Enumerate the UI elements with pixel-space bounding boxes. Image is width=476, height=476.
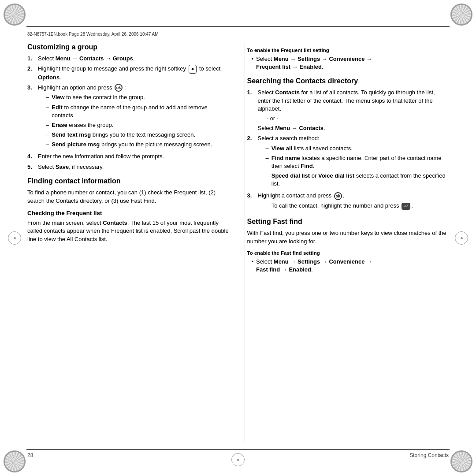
- ok-icon-2: ok: [334, 192, 342, 200]
- section-customizing-title: Customizing a group: [27, 43, 229, 51]
- search-step-2: Select a search method: View all lists a…: [247, 134, 449, 190]
- sub-speed-dial: Speed dial list or Voice dial list selec…: [266, 172, 449, 188]
- step-4-text: Enter the new information and follow the…: [38, 152, 164, 160]
- sub-send-pic: Send picture msg brings you to the pictu…: [46, 141, 229, 149]
- or-line: - or -: [267, 115, 449, 123]
- search-step-1-text: Select Contacts for a list of all contac…: [258, 89, 449, 132]
- fastfind-setting-item: Select Menu → Settings → Convenience →Fa…: [252, 258, 449, 274]
- frequent-setting-list: Select Menu → Settings → Convenience →Fr…: [247, 55, 449, 71]
- search-step-2-sublist: View all lists all saved contacts. Find …: [258, 145, 449, 188]
- step-3-sublist: View to see the contact in the group. Ed…: [38, 93, 229, 149]
- corner-deco-bl: [4, 450, 26, 472]
- label-fastfind-setting: To enable the Fast find setting: [247, 250, 449, 256]
- softkey-icon: ●: [189, 65, 197, 73]
- step-2: Highlight the group to message and press…: [27, 65, 229, 82]
- fastfind-intro: With Fast find, you press one or two num…: [247, 229, 449, 246]
- reg-mark-mid-left: [8, 231, 21, 245]
- step-5-text: Select Save, if necessary.: [38, 163, 104, 171]
- page: 82-N8757-1EN.book Page 28 Wednesday, Apr…: [0, 0, 476, 476]
- step-4: Enter the new information and follow the…: [27, 152, 229, 160]
- corner-deco-tr: [450, 4, 472, 26]
- ok-icon: ok: [115, 84, 123, 92]
- label-frequent-setting: To enable the Frequent list setting: [247, 48, 449, 53]
- sub-view: View to see the contact in the group.: [46, 93, 229, 101]
- sub-send-text: Send text msg brings you to the text mes…: [46, 131, 229, 139]
- footer-page-num: 28: [27, 452, 33, 458]
- header-text: 82-N8757-1EN.book Page 28 Wednesday, Apr…: [27, 32, 159, 37]
- call-icon: ↩: [402, 203, 410, 210]
- step-1: Select Menu → Contacts → Groups.: [27, 55, 229, 63]
- sub-call-contact: To call the contact, highlight the numbe…: [266, 202, 413, 210]
- search-step-3-text: Highlight a contact and press ok. To cal…: [258, 192, 413, 212]
- corner-deco-tl: [4, 4, 26, 26]
- step-1-text: Select Menu → Contacts → Groups.: [38, 55, 135, 63]
- content-area: Customizing a group Select Menu → Contac…: [27, 43, 449, 443]
- top-rule: [26, 26, 450, 27]
- footer-section: Storing Contacts: [409, 452, 449, 458]
- header: 82-N8757-1EN.book Page 28 Wednesday, Apr…: [27, 28, 449, 40]
- section-searching-title: Searching the Contacts directory: [247, 77, 449, 85]
- bottom-rule: [26, 449, 450, 450]
- finding-intro: To find a phone number or contact, you c…: [27, 189, 229, 205]
- search-step-3: Highlight a contact and press ok. To cal…: [247, 192, 449, 212]
- fastfind-setting-text: Select Menu → Settings → Convenience →Fa…: [256, 258, 372, 274]
- searching-steps: Select Contacts for a list of all contac…: [247, 89, 449, 212]
- section-fastfind-title: Setting Fast find: [247, 218, 449, 226]
- sub-find-name: Find name locates a specific name. Enter…: [266, 154, 449, 170]
- customizing-steps: Select Menu → Contacts → Groups. Highlig…: [27, 55, 229, 171]
- frequent-setting-item: Select Menu → Settings → Convenience →Fr…: [252, 55, 449, 71]
- section-finding-title: Finding contact information: [27, 177, 229, 185]
- left-column: Customizing a group Select Menu → Contac…: [27, 43, 231, 443]
- reg-mark-mid-right: [455, 231, 468, 245]
- step-3-text: Highlight an option and press ok : View …: [38, 84, 229, 151]
- search-step-1: Select Contacts for a list of all contac…: [247, 89, 449, 132]
- footer: 28 Storing Contacts: [27, 452, 449, 458]
- subsection-frequent-title: Checking the Frequent list: [27, 210, 229, 216]
- sub-edit: Edit to change the name of the group and…: [46, 104, 229, 119]
- search-step-3-sublist: To call the contact, highlight the numbe…: [258, 202, 413, 210]
- sub-view-all: View all lists all saved contacts.: [266, 145, 449, 152]
- step-2-text: Highlight the group to message and press…: [38, 65, 229, 82]
- sub-erase: Erase erases the group.: [46, 121, 229, 129]
- search-step-2-text: Select a search method: View all lists a…: [258, 134, 449, 190]
- frequent-text: From the main screen, select Contacts. T…: [27, 219, 229, 244]
- step-5: Select Save, if necessary.: [27, 163, 229, 171]
- fastfind-setting-list: Select Menu → Settings → Convenience →Fa…: [247, 258, 449, 274]
- corner-deco-br: [450, 450, 472, 472]
- frequent-setting-text: Select Menu → Settings → Convenience →Fr…: [256, 55, 372, 71]
- step-3: Highlight an option and press ok : View …: [27, 84, 229, 151]
- right-column: To enable the Frequent list setting Sele…: [245, 43, 449, 443]
